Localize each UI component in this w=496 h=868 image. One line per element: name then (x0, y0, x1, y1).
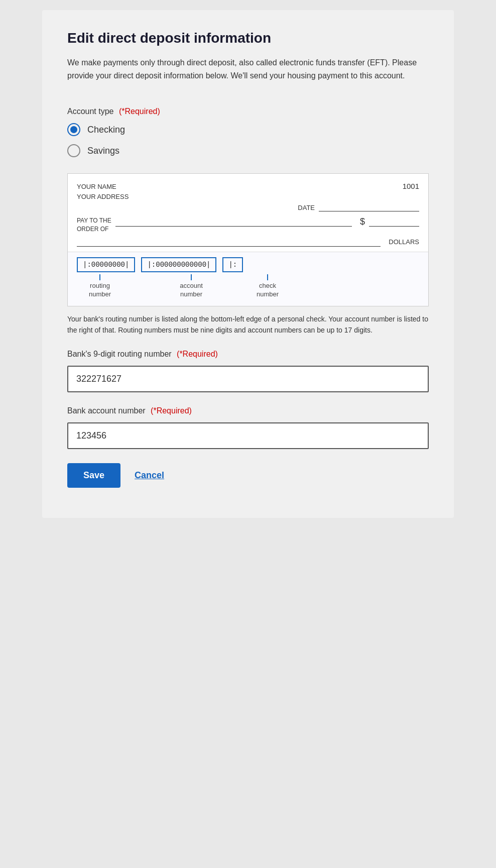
check-header-row: YOUR NAME YOUR ADDRESS 1001 (77, 182, 419, 201)
button-row: Save Cancel (67, 463, 429, 488)
radio-checking-label: Checking (87, 125, 125, 135)
page-title: Edit direct deposit information (67, 30, 429, 46)
page-container: Edit direct deposit information We make … (42, 10, 454, 518)
check-connector (267, 274, 268, 280)
routing-connector (99, 274, 100, 280)
radio-checking-circle[interactable] (67, 123, 80, 136)
radio-savings-circle[interactable] (67, 144, 80, 157)
micr-account: |:000000000000| (141, 257, 216, 272)
check-date-label: DATE (298, 204, 315, 211)
account-type-radio-group: Checking Savings (67, 123, 429, 157)
save-button[interactable]: Save (67, 463, 120, 488)
account-type-field: Account type (*Required) Checking Saving… (67, 107, 429, 157)
account-connector (191, 274, 192, 280)
micr-row: |:00000000| |:000000000000| |: (77, 257, 419, 272)
check-address: YOUR ADDRESS (77, 192, 129, 202)
account-type-label: Account type (*Required) (67, 107, 429, 116)
account-number-label: accountnumber (180, 282, 203, 299)
check-date-line (319, 203, 419, 211)
cancel-button[interactable]: Cancel (135, 470, 164, 481)
radio-savings[interactable]: Savings (67, 144, 429, 157)
check-inner: YOUR NAME YOUR ADDRESS 1001 DATE PAY TO … (68, 174, 428, 252)
account-type-required: (*Required) (119, 107, 160, 116)
dollar-sign: $ (360, 216, 365, 227)
dollars-row: DOLLARS (77, 238, 419, 247)
pay-to-line (115, 216, 352, 227)
account-required: (*Required) (151, 406, 192, 415)
check-number-display: 1001 (403, 182, 419, 190)
check-name-address: YOUR NAME YOUR ADDRESS (77, 182, 129, 201)
routing-number-label-text: Bank's 9-digit routing number (*Required… (67, 350, 429, 359)
micr-routing: |:00000000| (77, 257, 135, 272)
check-info-text: Your bank's routing number is listed alo… (67, 313, 429, 336)
account-label-col: accountnumber (171, 274, 211, 299)
dollars-label: DOLLARS (389, 238, 419, 246)
check-bottom-section: |:00000000| |:000000000000| |: routingnu… (68, 252, 428, 306)
routing-required: (*Required) (177, 350, 218, 358)
routing-number-input[interactable] (67, 366, 429, 392)
check-label-col: checknumber (247, 274, 288, 299)
page-description: We make payments only through direct dep… (67, 56, 429, 82)
routing-number-label: routingnumber (89, 282, 111, 299)
account-number-field: Bank account number (*Required) (67, 406, 429, 449)
check-date-row: DATE (77, 203, 419, 211)
account-number-label-text: Bank account number (*Required) (67, 406, 429, 415)
account-number-input[interactable] (67, 422, 429, 449)
routing-label-col: routingnumber (80, 274, 120, 299)
check-number-label: checknumber (257, 282, 279, 299)
check-name: YOUR NAME (77, 182, 129, 192)
check-pay-row: PAY TO THEORDER OF $ (77, 216, 419, 234)
micr-check: |: (222, 257, 243, 272)
radio-checking[interactable]: Checking (67, 123, 429, 136)
dollar-amount-line (369, 216, 419, 227)
routing-number-field: Bank's 9-digit routing number (*Required… (67, 350, 429, 392)
check-diagram: YOUR NAME YOUR ADDRESS 1001 DATE PAY TO … (67, 173, 429, 306)
dollars-long-line (77, 238, 381, 247)
pay-to-label: PAY TO THEORDER OF (77, 216, 111, 234)
radio-savings-label: Savings (87, 146, 119, 156)
micr-labels-row: routingnumber accountnumber checknumber (77, 272, 419, 306)
